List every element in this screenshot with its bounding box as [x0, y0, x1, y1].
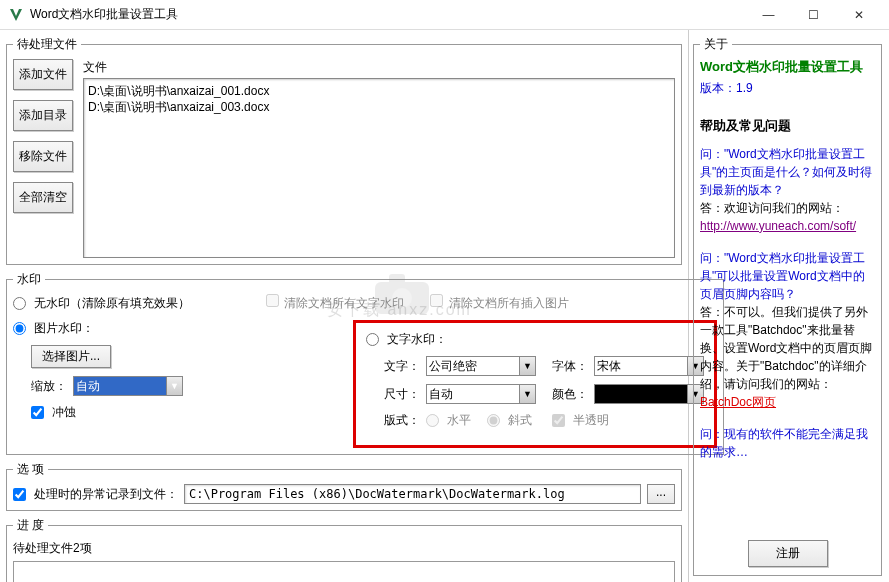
- help-q3: 问：现有的软件不能完全满足我的需求…: [700, 425, 875, 461]
- pic-watermark-radio[interactable]: [13, 322, 26, 335]
- select-pic-button[interactable]: 选择图片...: [31, 345, 111, 368]
- about-legend: 关于: [700, 36, 732, 53]
- watermark-panel: 水印 安下载 anxz.com 无水印（清除原有填充效果） 清除文档所有文字水印…: [6, 271, 724, 455]
- options-panel: 选 项 处理时的异常记录到文件： ...: [6, 461, 682, 511]
- clear-text-check: [266, 294, 279, 307]
- clear-all-button[interactable]: 全部清空: [13, 182, 73, 213]
- progress-bar: [13, 561, 675, 582]
- help-a2: 答：不可以。但我们提供了另外一款工具"Batchdoc"来批量替换、设置Word…: [700, 303, 875, 411]
- app-icon: [8, 7, 24, 23]
- options-legend: 选 项: [13, 461, 48, 478]
- text-watermark-group: 文字水印： 文字： 公司绝密▼ 字体： 宋体▼ 尺寸： 自动▼ 颜色： ▼: [353, 320, 717, 448]
- text-watermark-label: 文字水印：: [387, 331, 447, 348]
- svg-rect-1: [389, 274, 405, 284]
- file-list[interactable]: D:\桌面\说明书\anxaizai_001.docx D:\桌面\说明书\an…: [83, 78, 675, 258]
- chevron-down-icon: ▼: [519, 385, 535, 403]
- about-title: Word文档水印批量设置工具: [700, 59, 875, 76]
- help-title: 帮助及常见问题: [700, 117, 875, 135]
- progress-legend: 进 度: [13, 517, 48, 534]
- list-item[interactable]: D:\桌面\说明书\anxaizai_003.docx: [88, 99, 670, 115]
- window-title: Word文档水印批量设置工具: [30, 6, 746, 23]
- help-link-2[interactable]: BatchDoc网页: [700, 395, 776, 409]
- semitrans-check: [552, 414, 565, 427]
- font-combo[interactable]: 宋体▼: [594, 356, 704, 376]
- progress-panel: 进 度 待处理文件2项: [6, 517, 682, 582]
- layout-h-radio: [426, 414, 439, 427]
- file-label: 文件: [83, 59, 675, 76]
- files-legend: 待处理文件: [13, 36, 81, 53]
- log-path-input[interactable]: [184, 484, 641, 504]
- log-label: 处理时的异常记录到文件：: [34, 486, 178, 503]
- scale-combo[interactable]: 自动 ▼: [73, 376, 183, 396]
- add-dir-button[interactable]: 添加目录: [13, 100, 73, 131]
- text-combo[interactable]: 公司绝密▼: [426, 356, 536, 376]
- help-q2: 问："Word文档水印批量设置工具"可以批量设置Word文档中的页眉页脚内容吗？: [700, 249, 875, 303]
- watermark-legend: 水印: [13, 271, 45, 288]
- text-watermark-radio[interactable]: [366, 333, 379, 346]
- layout-d-radio: [487, 414, 500, 427]
- browse-button[interactable]: ...: [647, 484, 675, 504]
- minimize-button[interactable]: —: [746, 1, 791, 29]
- size-combo[interactable]: 自动▼: [426, 384, 536, 404]
- titlebar: Word文档水印批量设置工具 — ☐ ✕: [0, 0, 889, 30]
- add-file-button[interactable]: 添加文件: [13, 59, 73, 90]
- register-button[interactable]: 注册: [748, 540, 828, 567]
- pic-watermark-label: 图片水印：: [34, 320, 94, 337]
- maximize-button[interactable]: ☐: [791, 1, 836, 29]
- log-check[interactable]: [13, 488, 26, 501]
- chevron-down-icon: ▼: [166, 377, 182, 395]
- no-watermark-label: 无水印（清除原有填充效果）: [34, 295, 190, 312]
- no-watermark-radio[interactable]: [13, 297, 26, 310]
- clear-img-check: [430, 294, 443, 307]
- about-panel: 关于 Word文档水印批量设置工具 版本：1.9 帮助及常见问题 问："Word…: [693, 36, 882, 576]
- close-button[interactable]: ✕: [836, 1, 881, 29]
- washout-label: 冲蚀: [52, 404, 76, 421]
- help-link-1[interactable]: http://www.yuneach.com/soft/: [700, 219, 856, 233]
- scale-label: 缩放：: [31, 378, 67, 395]
- about-version: 版本：1.9: [700, 80, 875, 97]
- progress-status: 待处理文件2项: [13, 540, 675, 557]
- remove-file-button[interactable]: 移除文件: [13, 141, 73, 172]
- color-combo[interactable]: ▼: [594, 384, 704, 404]
- chevron-down-icon: ▼: [519, 357, 535, 375]
- help-q1: 问："Word文档水印批量设置工具"的主页面是什么？如何及时得到最新的版本？: [700, 145, 875, 199]
- washout-check[interactable]: [31, 406, 44, 419]
- files-panel: 待处理文件 添加文件 添加目录 移除文件 全部清空 文件 D:\桌面\说明书\a…: [6, 36, 682, 265]
- list-item[interactable]: D:\桌面\说明书\anxaizai_001.docx: [88, 83, 670, 99]
